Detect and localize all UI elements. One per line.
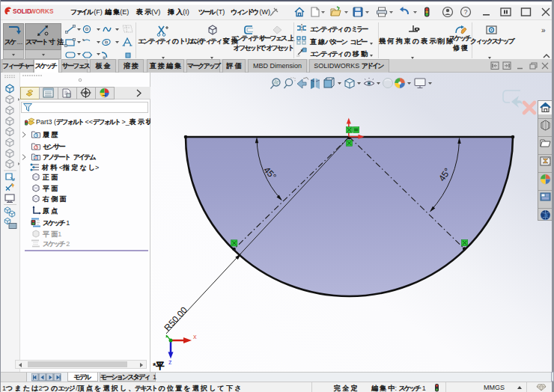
- svg-text:SOLID: SOLID: [13, 8, 31, 15]
- svg-text:A: A: [34, 156, 37, 160]
- svg-text:?: ?: [463, 8, 467, 16]
- svg-text:x: x: [193, 333, 197, 340]
- svg-text:WORKS: WORKS: [30, 8, 54, 15]
